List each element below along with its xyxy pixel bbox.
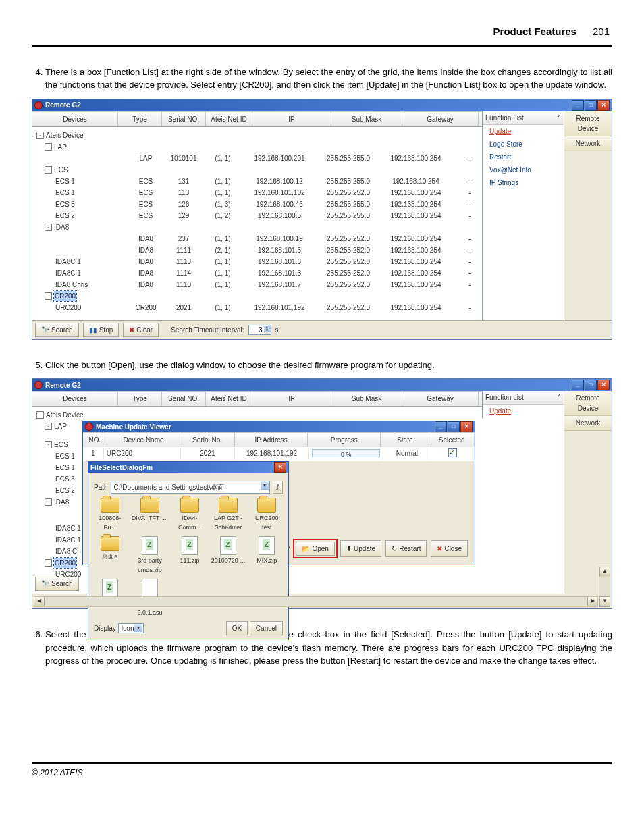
folder-item[interactable]: LAP G2T -Scheduler bbox=[211, 498, 246, 532]
search-button[interactable]: 🔭Search bbox=[35, 577, 79, 591]
update-row[interactable]: 1 URC200 2021 192.168.101.192 0 % Normal bbox=[83, 447, 475, 461]
col-gw[interactable]: Gateway bbox=[402, 111, 479, 126]
tree-item[interactable]: ECS 1 bbox=[55, 463, 75, 473]
tree-group-cr200-selected[interactable]: CR200 bbox=[54, 291, 76, 301]
tree-collapse-icon[interactable]: - bbox=[45, 143, 52, 151]
tree-item[interactable]: ECS 1 bbox=[55, 451, 75, 461]
col-mask[interactable]: Sub Mask bbox=[331, 391, 402, 406]
upd-col-ip[interactable]: IP Address bbox=[235, 432, 308, 447]
scroll-up-icon[interactable]: ▲ bbox=[599, 567, 610, 577]
ok-button[interactable]: OK bbox=[226, 621, 248, 635]
display-select[interactable]: Icon bbox=[118, 623, 144, 633]
tree-collapse-icon[interactable]: - bbox=[45, 292, 52, 300]
maximize-button[interactable]: □ bbox=[585, 380, 597, 390]
folder-item[interactable]: URC200 test bbox=[250, 498, 283, 532]
col-devices[interactable]: Devices bbox=[32, 391, 118, 406]
upd-col-selected[interactable]: Selected bbox=[429, 432, 475, 447]
maximize-button[interactable]: □ bbox=[585, 100, 597, 111]
col-type[interactable]: Type bbox=[118, 111, 162, 126]
binoculars-icon: 🔭 bbox=[41, 579, 49, 589]
tree-item[interactable]: IDA8C 1 bbox=[55, 523, 81, 533]
col-serial[interactable]: Serial NO. bbox=[162, 391, 206, 406]
col-ip[interactable]: IP bbox=[252, 391, 331, 406]
folder-item[interactable]: 100806-Pu... bbox=[94, 498, 126, 532]
upd-col-no[interactable]: NO. bbox=[83, 432, 107, 447]
upd-col-state[interactable]: State bbox=[381, 432, 429, 447]
clear-button[interactable]: ✖Clear bbox=[123, 323, 159, 337]
zip-item[interactable]: 111.zip bbox=[173, 536, 206, 575]
tree-collapse-icon[interactable]: - bbox=[36, 132, 44, 139]
tree-item[interactable]: ECS 3 bbox=[55, 474, 75, 484]
tree-collapse-icon[interactable]: - bbox=[45, 166, 52, 174]
zip-item[interactable]: 20100720-... bbox=[211, 536, 246, 575]
tree-collapse-icon[interactable]: - bbox=[45, 559, 52, 567]
tree-item[interactable]: ECS 2 bbox=[55, 486, 75, 496]
tree-collapse-icon[interactable]: - bbox=[45, 441, 52, 448]
tree-collapse-icon[interactable]: - bbox=[45, 498, 52, 506]
function-ipstrings[interactable]: IP Strings bbox=[483, 176, 564, 189]
interval-spinner[interactable]: ▲▼ bbox=[248, 325, 271, 335]
tab-remote-device[interactable]: Remote Device bbox=[564, 111, 612, 136]
up-folder-button[interactable]: ⤴ bbox=[273, 481, 283, 494]
chevron-up-icon[interactable]: ˄ bbox=[558, 113, 561, 123]
folder-open-icon: 📂 bbox=[302, 544, 310, 554]
horizontal-scrollbar[interactable]: ◀ ▶ bbox=[34, 596, 598, 607]
upd-col-progress[interactable]: Progress bbox=[308, 432, 381, 447]
folder-item[interactable]: IDA4-Comm... bbox=[173, 498, 206, 532]
close-button[interactable]: ✕ bbox=[460, 421, 473, 432]
col-ip[interactable]: IP bbox=[252, 111, 331, 126]
chevron-up-icon[interactable]: ˄ bbox=[558, 392, 561, 402]
close-viewer-button[interactable]: ✖Close bbox=[431, 540, 468, 557]
scroll-left-icon[interactable]: ◀ bbox=[34, 597, 45, 606]
zip-item[interactable]: MIX.zip bbox=[250, 536, 283, 575]
function-list-box: Function List˄ Update Logo Store Restart… bbox=[482, 111, 564, 320]
folder-item[interactable]: DIVA_TFT_... bbox=[132, 498, 169, 532]
upd-col-name[interactable]: Device Name bbox=[107, 432, 180, 447]
maximize-button[interactable]: □ bbox=[448, 421, 460, 432]
spinner-down-icon[interactable]: ▼ bbox=[264, 329, 271, 332]
zip-item[interactable]: 3rd party cmds.zip bbox=[132, 536, 169, 575]
tree-collapse-icon[interactable]: - bbox=[45, 224, 52, 231]
close-button[interactable]: ✕ bbox=[274, 462, 286, 473]
minimize-button[interactable]: _ bbox=[572, 100, 584, 111]
cancel-button[interactable]: Cancel bbox=[250, 621, 283, 635]
col-type[interactable]: Type bbox=[118, 391, 162, 406]
function-logostore[interactable]: Logo Store bbox=[483, 138, 564, 151]
tree-item[interactable]: IDA8C 1 bbox=[55, 535, 81, 545]
tree-collapse-icon[interactable]: - bbox=[45, 423, 52, 430]
col-devices[interactable]: Devices bbox=[32, 111, 118, 126]
scroll-down-icon[interactable]: ▼ bbox=[599, 596, 610, 607]
selected-checkbox[interactable] bbox=[448, 448, 457, 457]
tree-collapse-icon[interactable]: - bbox=[36, 411, 44, 419]
folder-item[interactable]: 桌面a bbox=[94, 536, 126, 575]
path-select[interactable]: C:\Documents and Settings\test\桌面 bbox=[111, 481, 270, 494]
close-button[interactable]: ✕ bbox=[597, 380, 610, 390]
col-mask[interactable]: Sub Mask bbox=[331, 111, 402, 126]
minimize-button[interactable]: _ bbox=[435, 421, 447, 432]
tab-network[interactable]: Network bbox=[564, 136, 612, 151]
tab-remote-device[interactable]: Remote Device bbox=[564, 391, 612, 416]
close-button[interactable]: ✕ bbox=[597, 100, 610, 111]
open-button[interactable]: 📂Open bbox=[296, 542, 334, 556]
function-update[interactable]: Update bbox=[483, 405, 564, 417]
minimize-button[interactable]: _ bbox=[572, 380, 584, 390]
zip-icon bbox=[142, 536, 158, 555]
stop-button[interactable]: ▮▮Stop bbox=[83, 323, 119, 337]
function-update[interactable]: Update bbox=[483, 125, 564, 138]
col-netid[interactable]: Ateis Net ID bbox=[206, 391, 252, 406]
col-serial[interactable]: Serial NO. bbox=[162, 111, 206, 126]
tab-network[interactable]: Network bbox=[564, 416, 612, 431]
tree-group-cr200-selected[interactable]: CR200 bbox=[54, 558, 76, 568]
interval-input[interactable] bbox=[249, 325, 264, 334]
function-list-title: Function List bbox=[485, 392, 524, 402]
col-netid[interactable]: Ateis Net ID bbox=[206, 111, 252, 126]
update-button[interactable]: ⬇Update bbox=[340, 540, 381, 557]
function-restart[interactable]: Restart bbox=[483, 151, 564, 163]
restart-button[interactable]: ↻Restart bbox=[385, 540, 427, 557]
col-gw[interactable]: Gateway bbox=[402, 391, 479, 406]
function-voxnet[interactable]: Vox@Net Info bbox=[483, 163, 564, 176]
upd-col-serial[interactable]: Serial No. bbox=[180, 432, 235, 447]
scroll-right-icon[interactable]: ▶ bbox=[587, 597, 597, 606]
search-button[interactable]: 🔭Search bbox=[35, 323, 79, 337]
vertical-scrollbar[interactable]: ▲ ▼ bbox=[599, 567, 610, 607]
